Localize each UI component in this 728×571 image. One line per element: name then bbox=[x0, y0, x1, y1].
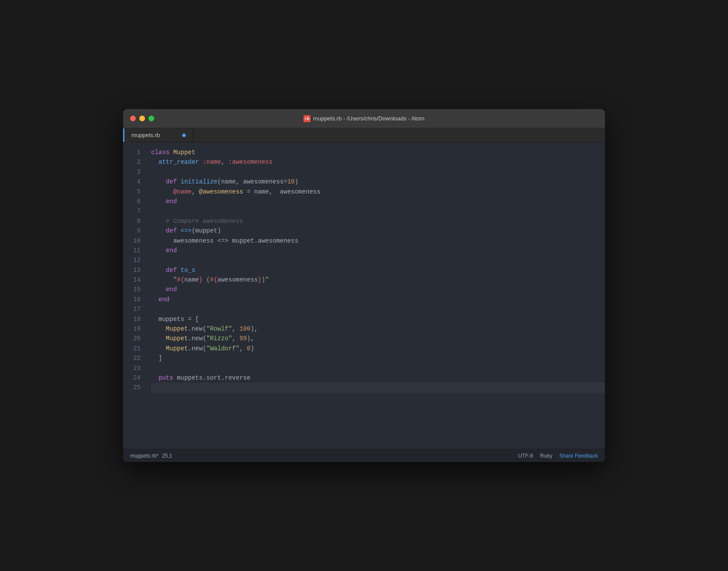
line-numbers: 1 2 3 4 5 6 7 8 9 10 11 12 13 14 15 16 1… bbox=[123, 142, 148, 449]
code-line-11: end bbox=[151, 246, 605, 255]
code-line-3 bbox=[151, 167, 605, 177]
tab-filename: muppets.rb bbox=[131, 132, 160, 138]
code-line-24: puts muppets.sort.reverse bbox=[151, 373, 605, 383]
code-line-20: Muppet.new("Rizzo", 99), bbox=[151, 334, 605, 343]
status-right: UTF-8 Ruby Share Feedback bbox=[518, 453, 598, 459]
code-line-10: awesomeness <=> muppet.awesomeness bbox=[151, 236, 605, 246]
titlebar: rb muppets.rb - /Users/chris/Downloads -… bbox=[123, 109, 605, 128]
code-line-2: attr_reader :name, :awesomeness bbox=[151, 157, 605, 167]
code-line-1: class Muppet bbox=[151, 148, 605, 157]
code-line-12 bbox=[151, 255, 605, 265]
code-line-5: @name, @awesomeness = name, awesomeness bbox=[151, 187, 605, 197]
code-line-19: Muppet.new("Rowlf", 100), bbox=[151, 324, 605, 334]
code-line-25 bbox=[151, 383, 605, 392]
share-feedback-link[interactable]: Share Feedback bbox=[559, 453, 598, 459]
code-line-4: def initialize(name, awesomeness=10) bbox=[151, 177, 605, 187]
maximize-button[interactable] bbox=[148, 116, 154, 121]
code-line-22: ] bbox=[151, 353, 605, 363]
code-line-8: # Compare awesomeness bbox=[151, 216, 605, 226]
window-title: rb muppets.rb - /Users/chris/Downloads -… bbox=[304, 115, 424, 122]
window-controls bbox=[130, 116, 154, 121]
status-language: Ruby bbox=[540, 453, 552, 459]
code-line-17 bbox=[151, 304, 605, 314]
code-line-14: "#{name} (#{awesomeness})" bbox=[151, 275, 605, 285]
code-line-16: end bbox=[151, 295, 605, 304]
code-content[interactable]: class Muppet attr_reader :name, :awesome… bbox=[148, 142, 605, 449]
minimize-button[interactable] bbox=[139, 116, 145, 121]
code-line-15: end bbox=[151, 285, 605, 294]
code-line-18: muppets = [ bbox=[151, 314, 605, 324]
status-position: 25,1 bbox=[162, 453, 172, 459]
status-filename: muppets.rb* bbox=[130, 453, 159, 459]
code-line-13: def to_s bbox=[151, 265, 605, 275]
code-line-21: Muppet.new("Waldorf", 0) bbox=[151, 344, 605, 353]
editor-window: rb muppets.rb - /Users/chris/Downloads -… bbox=[123, 109, 605, 462]
code-line-7 bbox=[151, 206, 605, 216]
status-bar: muppets.rb* 25,1 UTF-8 Ruby Share Feedba… bbox=[123, 449, 605, 462]
tab-modified-indicator bbox=[182, 134, 186, 137]
code-line-9: def <=>(muppet) bbox=[151, 226, 605, 236]
close-button[interactable] bbox=[130, 116, 136, 121]
status-left: muppets.rb* 25,1 bbox=[130, 453, 172, 459]
tab-muppets-rb[interactable]: muppets.rb bbox=[123, 128, 193, 142]
code-line-6: end bbox=[151, 197, 605, 206]
tab-bar: muppets.rb bbox=[123, 128, 605, 142]
rb-icon: rb bbox=[304, 115, 311, 122]
editor-area[interactable]: 1 2 3 4 5 6 7 8 9 10 11 12 13 14 15 16 1… bbox=[123, 142, 605, 449]
code-line-23 bbox=[151, 363, 605, 373]
status-encoding: UTF-8 bbox=[518, 453, 533, 459]
